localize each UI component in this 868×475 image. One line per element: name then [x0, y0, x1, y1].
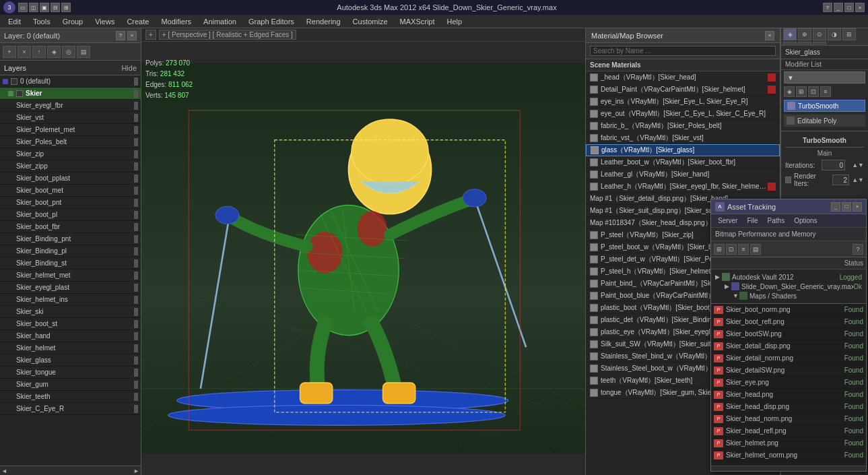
layer-checkbox[interactable] [16, 90, 23, 97]
close-btn[interactable]: × [855, 3, 865, 12]
layer-item-8[interactable]: Skier_boot_pnt [0, 197, 141, 209]
layer-item-18[interactable]: Skier_boot_st [0, 318, 141, 330]
mat-item-8[interactable]: Leather_gl（VRayMtl）[Skier_hand] [586, 168, 780, 181]
layer-item-5[interactable]: Skier_zipp [0, 160, 141, 172]
layer-checkbox[interactable] [11, 78, 18, 85]
btn-4[interactable]: ⊟ [51, 3, 60, 12]
menu-animation[interactable]: Animation [198, 16, 242, 27]
layer-item-20[interactable]: Skier_helmet [0, 342, 141, 354]
viewport-plus-btn[interactable]: + [145, 30, 156, 40]
at-close-btn[interactable]: × [853, 202, 862, 212]
layer-item-4[interactable]: Skier_zip [0, 148, 141, 160]
at-menu-server[interactable]: Server [714, 216, 741, 226]
layer-item-22[interactable]: Skier_tongue [0, 367, 141, 379]
at-file-5[interactable]: P Skier_detailSW.png Found [711, 365, 866, 377]
render-iters-input[interactable] [832, 175, 849, 185]
layer-item-1[interactable]: Skier_vst [0, 112, 141, 124]
mod-icon-2[interactable]: ⊞ [796, 86, 807, 97]
layer-item-0[interactable]: Skier_eyegl_fbr [0, 100, 141, 112]
layer-item-3[interactable]: Skier_Poles_belt [0, 136, 141, 148]
layers-highlight-btn[interactable]: ◎ [62, 46, 75, 58]
rt-btn-3[interactable]: ⊙ [813, 28, 826, 40]
layer-item-12[interactable]: Skier_Binding_pl [0, 245, 141, 257]
layer-item-17[interactable]: Skier_ski [0, 306, 141, 318]
menu-edit[interactable]: Edit [3, 16, 26, 27]
menu-rendering[interactable]: Rendering [301, 16, 346, 27]
mat-item-6[interactable]: glass（VRayMtl）[Skier_glass] [586, 144, 780, 156]
at-file-0[interactable]: P Skier_boot_norm.png Found [711, 304, 866, 316]
layers-hide-label[interactable]: Hide [121, 64, 137, 72]
layer-item-15[interactable]: Skier_eyegl_plast [0, 282, 141, 294]
layer-item-9[interactable]: Skier_boot_pl [0, 209, 141, 221]
modifier-editable-poly[interactable]: Editable Poly [784, 115, 865, 127]
at-toolbar-btn-2[interactable]: ⊡ [726, 244, 737, 255]
mat-item-7[interactable]: Leather_boot_w（VRayMtl）[Skier_boot_fbr] [586, 156, 780, 168]
modifier-turbosmooth[interactable]: TurboSmooth [784, 100, 865, 112]
iterations-spinner[interactable]: ▲▼ [852, 162, 864, 168]
btn-2[interactable]: ◫ [29, 3, 38, 12]
mod-icon-4[interactable]: ≡ [820, 86, 831, 97]
layer-item-24[interactable]: Skier_teeth [0, 391, 141, 403]
at-tree-vault[interactable]: ▶ Autodesk Vault 2012 Logged [714, 272, 863, 282]
mat-item-0[interactable]: _head（VRayMtl）[Skier_head] [586, 71, 780, 84]
iterations-input[interactable] [822, 160, 845, 170]
at-file-11[interactable]: P Skier_helmet.png Found [711, 437, 866, 449]
mat-item-9[interactable]: Leather_h（VRayMtl）[Skier_eyegl_fbr, Skie… [586, 181, 780, 193]
mat-search-input[interactable] [590, 46, 776, 56]
mat-item-2[interactable]: eye_ins（VRayMtl）[Skier_Eye_L, Skier_Eye_… [586, 96, 780, 108]
layer-item-16[interactable]: Skier_helmet_ins [0, 294, 141, 306]
layer-item-default[interactable]: 0 (default) [0, 75, 141, 88]
btn-3[interactable]: ▣ [40, 3, 49, 12]
layer-item-25[interactable]: Skier_C_Eye_R [0, 403, 141, 415]
layers-add-sel-btn[interactable]: ↑ [32, 46, 46, 58]
at-bottom-scrollbar[interactable] [711, 466, 866, 471]
at-file-4[interactable]: P Skier_detail_norm.png Found [711, 352, 866, 365]
at-file-1[interactable]: P Skier_boot_refl.png Found [711, 316, 866, 328]
layer-item-13[interactable]: Skier_Binding_st [0, 257, 141, 270]
rt-btn-2[interactable]: ⊕ [798, 28, 811, 40]
rt-btn-5[interactable]: ⊞ [842, 28, 856, 40]
layer-item-19[interactable]: Skier_hand [0, 330, 141, 342]
minimize-btn[interactable]: _ [834, 3, 843, 12]
menu-group[interactable]: Group [57, 16, 89, 27]
at-toolbar-help[interactable]: ? [853, 244, 863, 255]
viewport-perspective-btn[interactable]: + [ Perspective ] [ Realistic + Edged Fa… [159, 30, 296, 40]
layer-item-2[interactable]: Skier_Polemet_met [0, 124, 141, 136]
render-iters-spinner[interactable]: ▲▼ [852, 177, 864, 183]
menu-maxscript[interactable]: MAXScript [395, 16, 440, 27]
mat-item-4[interactable]: fabric_b_（VRayMtl）[Skier_Poles_belt] [586, 120, 780, 132]
layer-item-11[interactable]: Skier_Binding_pnt [0, 233, 141, 245]
menu-tools[interactable]: Tools [28, 16, 56, 27]
at-minimize-btn[interactable]: _ [831, 202, 840, 212]
at-file-6[interactable]: P Skier_eye.png Found [711, 377, 866, 389]
at-file-10[interactable]: P Skier_head_refl.png Found [711, 425, 866, 437]
layers-move-btn[interactable]: ▤ [77, 46, 90, 58]
mod-icon-3[interactable]: ⊡ [808, 86, 819, 97]
layers-delete-btn[interactable]: × [18, 46, 31, 58]
menu-graph-editors[interactable]: Graph Editors [243, 16, 300, 27]
layer-item-23[interactable]: Skier_gum [0, 379, 141, 391]
menu-help[interactable]: Help [442, 16, 468, 27]
layer-item-skier[interactable]: Skier [0, 88, 141, 100]
menu-views[interactable]: Views [90, 16, 120, 27]
at-file-7[interactable]: P Skier_head.png Found [711, 389, 866, 401]
modifier-dropdown[interactable]: ▼ [784, 71, 865, 84]
layer-item-10[interactable]: Skier_boot_fbr [0, 221, 141, 233]
btn-1[interactable]: ▭ [18, 3, 28, 12]
mod-icon-1[interactable]: ◈ [784, 86, 795, 97]
layers-close-btn[interactable]: × [127, 31, 137, 40]
mat-item-5[interactable]: fabric_vst_（VRayMtl）[Skier_vst] [586, 132, 780, 144]
at-file-8[interactable]: P Skier_head_disp.png Found [711, 401, 866, 413]
mat-item-3[interactable]: eye_out（VRayMtl）[Skier_C_Eye_L, Skier_C_… [586, 108, 780, 120]
help-btn[interactable]: ? [823, 3, 832, 12]
mat-item-1[interactable]: Detail_Paint（VRayCarPaintMtl）[Skier_helm… [586, 84, 780, 96]
rt-btn-1[interactable]: ◈ [783, 28, 797, 40]
at-file-9[interactable]: P Skier_head_norm.png Found [711, 413, 866, 425]
menu-modifiers[interactable]: Modifiers [156, 16, 197, 27]
layers-bottom-scrollbar[interactable]: ◄ ► [0, 466, 141, 475]
layer-item-6[interactable]: Skier_boot_pplast [0, 172, 141, 185]
at-menu-paths[interactable]: Paths [764, 216, 789, 226]
at-menu-file[interactable]: File [743, 216, 762, 226]
mat-browser-close-btn[interactable]: × [765, 31, 774, 40]
maximize-btn[interactable]: □ [844, 3, 854, 12]
